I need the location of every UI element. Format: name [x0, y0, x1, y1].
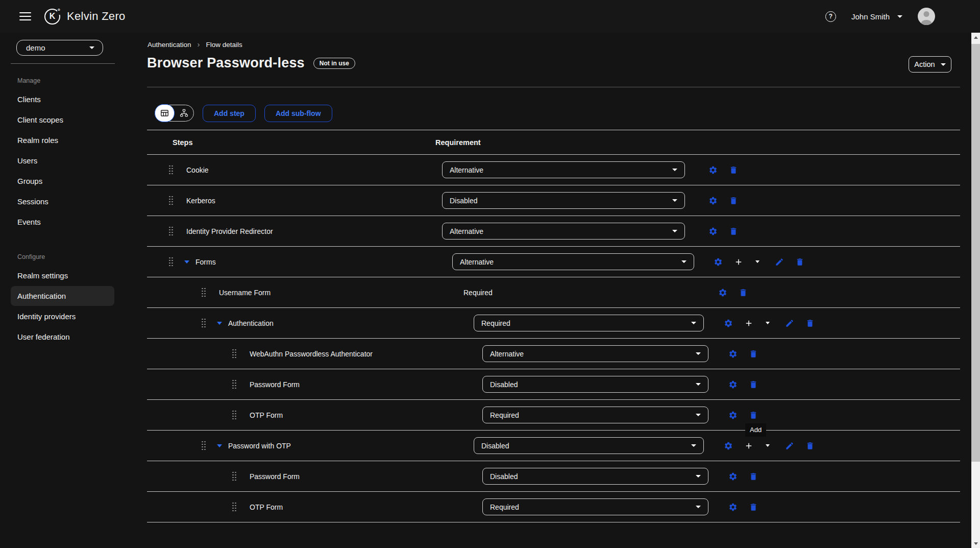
scroll-down-button[interactable] [971, 539, 980, 548]
delete-icon[interactable] [795, 257, 804, 267]
edit-icon[interactable] [775, 257, 784, 267]
edit-icon[interactable] [785, 319, 794, 328]
settings-icon[interactable] [708, 227, 718, 236]
drag-handle-icon[interactable] [202, 288, 206, 297]
drag-handle-icon[interactable] [169, 165, 173, 175]
settings-icon[interactable] [718, 288, 727, 297]
collapse-chevron-icon[interactable] [217, 322, 222, 325]
table-row: Password Form Disabled [147, 461, 960, 492]
add-icon[interactable] [734, 257, 743, 267]
drag-handle-icon[interactable] [232, 503, 236, 512]
add-menu-chevron-icon[interactable] [766, 444, 770, 447]
help-icon[interactable]: ? [825, 11, 836, 22]
delete-icon[interactable]: Add [749, 411, 758, 420]
settings-icon[interactable] [724, 319, 733, 328]
chevron-down-icon [941, 63, 946, 66]
add-subflow-button[interactable]: Add sub-flow [264, 105, 332, 122]
drag-handle-icon[interactable] [232, 472, 236, 481]
sidebar-item-authentication[interactable]: Authentication [11, 286, 114, 306]
drag-handle-icon[interactable] [232, 411, 236, 420]
sidebar-item-clients[interactable]: Clients [11, 89, 114, 109]
vertical-scrollbar[interactable] [971, 33, 980, 548]
delete-icon[interactable] [749, 503, 758, 512]
drag-handle-icon[interactable] [169, 196, 173, 205]
sidebar-item-client-scopes[interactable]: Client scopes [11, 110, 114, 130]
sidebar-item-users[interactable]: Users [11, 151, 114, 171]
sidebar-item-realm-settings[interactable]: Realm settings [11, 266, 114, 285]
requirement-select[interactable]: Disabled [482, 468, 708, 485]
delete-icon[interactable] [749, 472, 758, 481]
drag-handle-icon[interactable] [169, 257, 173, 267]
delete-icon[interactable] [739, 288, 748, 297]
breadcrumb-authentication[interactable]: Authentication [148, 41, 191, 49]
settings-icon[interactable] [728, 411, 738, 420]
edit-icon[interactable] [785, 441, 794, 450]
settings-icon[interactable] [714, 257, 723, 267]
add-menu-chevron-icon[interactable] [766, 322, 770, 324]
delete-icon[interactable] [729, 227, 738, 236]
delete-icon[interactable] [805, 441, 815, 450]
sidebar-item-user-federation[interactable]: User federation [11, 327, 114, 347]
requirement-select[interactable]: Disabled [482, 376, 708, 393]
requirement-select[interactable]: Alternative [442, 161, 685, 178]
requirement-select[interactable]: Required [482, 407, 708, 423]
step-name: Password Form [250, 472, 300, 481]
requirement-select[interactable]: Required [474, 315, 704, 331]
collapse-chevron-icon[interactable] [217, 444, 222, 447]
requirement-value: Alternative [450, 227, 483, 235]
add-menu-chevron-icon[interactable] [755, 260, 760, 263]
step-name: Identity Provider Redirector [186, 227, 273, 235]
drag-handle-icon[interactable] [232, 380, 236, 389]
settings-icon[interactable] [728, 472, 738, 481]
sidebar-item-groups[interactable]: Groups [11, 171, 114, 191]
add-icon[interactable] [744, 319, 753, 328]
brand-name: Kelvin Zero [67, 10, 126, 23]
table-row: Forms Alternative [147, 247, 960, 277]
settings-icon[interactable] [728, 349, 738, 359]
requirement-select[interactable]: Disabled [442, 192, 685, 209]
user-menu[interactable]: John Smith [851, 12, 902, 21]
add-icon[interactable] [744, 441, 753, 450]
requirement-select[interactable]: Required [482, 498, 708, 515]
requirement-value: Disabled [490, 472, 518, 481]
triangle-up-icon [974, 36, 978, 39]
delete-icon[interactable] [749, 349, 758, 359]
sidebar-item-sessions[interactable]: Sessions [11, 192, 114, 211]
realm-select[interactable]: demo [16, 40, 103, 56]
settings-icon[interactable] [708, 196, 718, 205]
requirement-select[interactable]: Alternative [482, 345, 708, 362]
settings-icon[interactable] [728, 380, 738, 389]
drag-handle-icon[interactable] [232, 349, 236, 359]
step-name: Forms [195, 258, 216, 266]
table-view-button[interactable] [155, 104, 175, 122]
settings-icon[interactable] [708, 165, 718, 175]
hamburger-icon[interactable] [19, 12, 31, 21]
settings-icon[interactable] [728, 503, 738, 512]
scrollbar-thumb[interactable] [971, 44, 980, 462]
breadcrumb: Authentication › Flow details [147, 41, 960, 49]
drag-handle-icon[interactable] [202, 441, 206, 450]
delete-icon[interactable] [729, 196, 738, 205]
requirement-select[interactable]: Alternative [442, 223, 685, 240]
action-button[interactable]: Action [909, 56, 951, 73]
delete-icon[interactable] [805, 319, 815, 328]
sidebar-item-identity-providers[interactable]: Identity providers [11, 306, 114, 326]
drag-handle-icon[interactable] [202, 319, 206, 328]
requirement-select[interactable]: Disabled [474, 437, 704, 454]
collapse-chevron-icon[interactable] [184, 260, 189, 264]
diagram-view-button[interactable] [175, 105, 193, 122]
settings-icon[interactable] [724, 441, 733, 450]
chevron-down-icon [696, 352, 701, 355]
scroll-up-button[interactable] [971, 33, 980, 42]
add-step-button[interactable]: Add step [203, 105, 256, 122]
view-toggle [155, 105, 194, 122]
delete-icon[interactable] [749, 380, 758, 389]
requirement-value: Alternative [490, 350, 524, 358]
logo-k-icon: K° [44, 9, 60, 25]
sidebar-item-events[interactable]: Events [11, 212, 114, 232]
delete-icon[interactable] [729, 165, 738, 175]
sidebar-item-realm-roles[interactable]: Realm roles [11, 130, 114, 150]
avatar[interactable] [918, 8, 935, 25]
requirement-select[interactable]: Alternative [452, 253, 694, 270]
drag-handle-icon[interactable] [169, 227, 173, 236]
